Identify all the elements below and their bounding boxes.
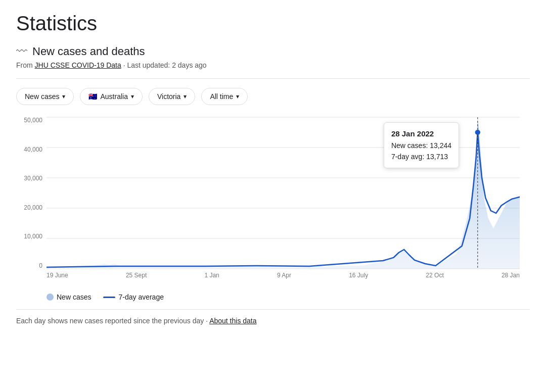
footer-line: Each day shows new cases reported since … [16, 317, 530, 325]
source-link[interactable]: JHU CSSE COVID-19 Data [35, 61, 121, 69]
x-label-july: 16 July [349, 272, 368, 279]
about-data-link[interactable]: About this data [209, 317, 256, 325]
x-label-apr: 9 Apr [277, 272, 291, 279]
filter-metric[interactable]: New cases ▾ [16, 88, 74, 105]
x-axis: 19 June 25 Sept 1 Jan 9 Apr 16 July 22 O… [47, 269, 520, 289]
section-header: 〰 New cases and deaths [16, 45, 530, 58]
filters-bar: New cases ▾ 🇦🇺 Australia ▾ Victoria ▾ Al… [16, 88, 530, 105]
section-title: New cases and deaths [32, 45, 145, 58]
filter-country[interactable]: 🇦🇺 Australia ▾ [80, 88, 142, 105]
chevron-down-icon-3: ▾ [184, 93, 187, 100]
svg-point-8 [475, 130, 480, 135]
australia-flag-icon: 🇦🇺 [88, 92, 97, 101]
chevron-down-icon: ▾ [62, 93, 65, 100]
y-label-10k: 10,000 [24, 233, 42, 239]
chart-container: 0 10,000 20,000 30,000 40,000 50,000 [16, 117, 530, 289]
divider-top [16, 78, 530, 79]
y-label-20k: 20,000 [24, 205, 42, 211]
legend-line-icon [103, 297, 115, 298]
filter-country-label: Australia [100, 92, 127, 101]
chevron-down-icon-2: ▾ [131, 93, 134, 100]
x-label-jan2: 28 Jan [502, 272, 520, 279]
filter-region-label: Victoria [157, 92, 180, 101]
source-line: From JHU CSSE COVID-19 Data · Last updat… [16, 61, 530, 69]
y-label-50k: 50,000 [24, 117, 42, 123]
chevron-down-icon-4: ▾ [236, 93, 239, 100]
legend-new-cases: New cases [47, 293, 91, 301]
chart-legend: New cases 7-day average [47, 293, 530, 301]
filter-region[interactable]: Victoria ▾ [149, 88, 195, 105]
filter-time-label: All time [210, 92, 233, 101]
x-label-jan: 1 Jan [204, 272, 219, 279]
filter-metric-label: New cases [25, 92, 59, 101]
divider-bottom [16, 309, 530, 310]
y-label-40k: 40,000 [24, 146, 42, 153]
legend-7day-avg: 7-day average [103, 293, 164, 301]
x-label-june: 19 June [47, 272, 68, 279]
footer-note: Each day shows new cases reported since … [16, 317, 204, 325]
y-axis: 0 10,000 20,000 30,000 40,000 50,000 [16, 117, 47, 269]
y-label-30k: 30,000 [24, 175, 42, 181]
page-title: Statistics [16, 12, 530, 35]
x-label-sept: 25 Sept [126, 272, 147, 279]
last-updated: · Last updated: 2 days ago [123, 61, 207, 69]
x-label-oct: 22 Oct [426, 272, 443, 279]
legend-new-cases-label: New cases [57, 293, 91, 301]
chart-svg-area: 28 Jan 2022 New cases: 13,244 7-day avg:… [47, 117, 520, 269]
legend-7day-avg-label: 7-day average [118, 293, 164, 301]
svg-rect-0 [47, 117, 520, 269]
chart-svg [47, 117, 520, 269]
legend-circle-icon [47, 293, 54, 301]
source-prefix: From [16, 61, 33, 69]
trend-icon: 〰 [16, 45, 27, 58]
y-label-0: 0 [39, 263, 42, 269]
filter-time[interactable]: All time ▾ [201, 88, 248, 105]
